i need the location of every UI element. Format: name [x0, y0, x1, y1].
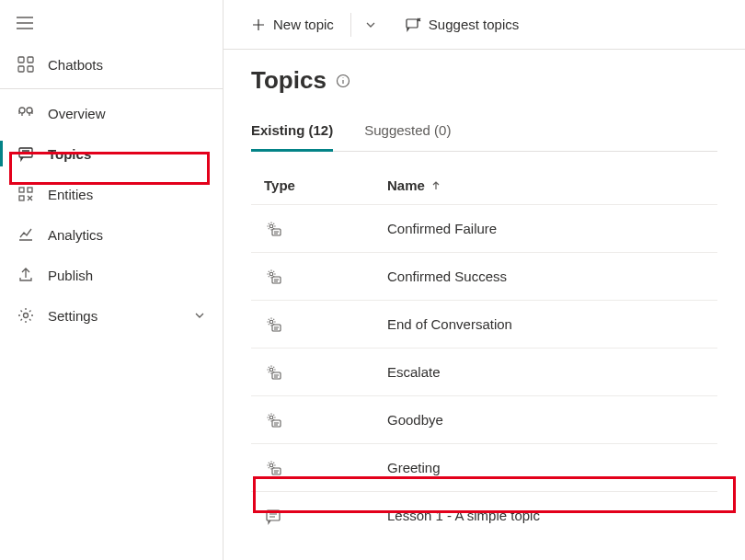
svg-rect-3 [28, 66, 33, 72]
topic-name: End of Conversation [387, 316, 710, 332]
system-topic-icon [258, 268, 387, 286]
sidebar-item-label: Analytics [48, 227, 103, 243]
sidebar-item-settings[interactable]: Settings [0, 295, 223, 336]
suggest-icon [405, 17, 421, 33]
svg-point-17 [269, 320, 273, 324]
column-header-name-label: Name [387, 177, 425, 193]
topics-table: Type Name Confirmed FailureConfirmed Suc… [251, 168, 717, 539]
svg-point-5 [27, 108, 32, 113]
sidebar-item-label: Settings [48, 308, 97, 324]
info-icon[interactable] [336, 74, 350, 88]
topic-name: Confirmed Success [387, 269, 710, 284]
sidebar-item-analytics[interactable]: Analytics [0, 214, 223, 255]
sidebar-item-label: Topics [48, 146, 91, 162]
table-row[interactable]: Confirmed Failure [251, 204, 717, 252]
svg-rect-7 [19, 188, 24, 192]
new-topic-dropdown-button[interactable] [359, 11, 383, 39]
svg-rect-1 [28, 57, 33, 63]
hamburger-icon [17, 17, 33, 29]
svg-point-10 [24, 314, 29, 318]
tab-existing[interactable]: Existing (12) [251, 122, 333, 152]
sidebar-item-chatbots[interactable]: Chatbots [0, 44, 223, 85]
suggest-topics-label: Suggest topics [429, 17, 519, 32]
sidebar-item-label: Chatbots [48, 57, 103, 73]
page-title: Topics [251, 66, 327, 95]
system-topic-icon [258, 363, 387, 382]
svg-point-19 [269, 368, 273, 371]
command-bar: New topic Suggest topics [224, 0, 745, 50]
chatbots-icon [17, 55, 35, 74]
topic-name: Lesson 1 - A simple topic [387, 508, 710, 523]
sidebar: Chatbots Overview Topics Entities [0, 0, 224, 560]
sidebar-item-topics[interactable]: Topics [0, 133, 223, 174]
table-row[interactable]: End of Conversation [251, 300, 717, 348]
system-topic-icon [258, 315, 387, 334]
sidebar-item-label: Publish [48, 268, 93, 283]
table-header-row: Type Name [251, 168, 717, 204]
svg-rect-11 [407, 19, 418, 28]
table-row[interactable]: Escalate [251, 348, 717, 395]
svg-point-15 [269, 272, 273, 276]
svg-rect-2 [18, 66, 24, 72]
new-topic-button[interactable]: New topic [242, 9, 343, 40]
overview-icon [17, 104, 35, 122]
svg-rect-8 [28, 188, 32, 192]
tabs: Existing (12) Suggested (0) [251, 122, 717, 152]
analytics-icon [17, 225, 35, 244]
svg-point-13 [269, 224, 273, 228]
table-row[interactable]: Lesson 1 - A simple topic [251, 491, 717, 539]
sort-ascending-icon [430, 180, 441, 191]
svg-rect-25 [267, 510, 280, 520]
plus-icon [251, 17, 266, 32]
entities-icon [17, 185, 35, 203]
system-topic-icon [258, 459, 387, 477]
system-topic-icon [258, 220, 387, 238]
sidebar-item-overview[interactable]: Overview [0, 93, 223, 133]
table-row[interactable]: Greeting [251, 443, 717, 491]
column-header-type[interactable]: Type [258, 177, 387, 193]
system-topic-icon [258, 411, 387, 429]
chevron-down-icon [364, 18, 377, 31]
hamburger-menu-button[interactable] [0, 6, 223, 40]
sidebar-item-label: Entities [48, 187, 93, 202]
main-content: New topic Suggest topics Topics Existing… [224, 0, 745, 560]
table-row[interactable]: Confirmed Success [251, 252, 717, 300]
topic-name: Greeting [387, 460, 710, 475]
sidebar-item-label: Overview [48, 106, 106, 121]
svg-point-4 [19, 108, 25, 113]
settings-icon [17, 306, 35, 325]
topic-name: Confirmed Failure [387, 221, 710, 236]
new-topic-label: New topic [273, 17, 334, 32]
svg-point-23 [269, 463, 273, 467]
suggest-topics-button[interactable]: Suggest topics [395, 9, 528, 40]
tab-suggested[interactable]: Suggested (0) [364, 122, 451, 151]
table-row[interactable]: Goodbye [251, 395, 717, 443]
user-topic-icon [258, 507, 387, 525]
sidebar-item-publish[interactable]: Publish [0, 255, 223, 295]
svg-rect-6 [19, 148, 32, 157]
publish-icon [17, 266, 35, 284]
svg-rect-9 [19, 196, 24, 200]
column-header-name[interactable]: Name [387, 177, 710, 193]
svg-point-21 [269, 416, 273, 419]
chevron-down-icon [193, 309, 206, 322]
sidebar-item-entities[interactable]: Entities [0, 174, 223, 214]
topic-name: Escalate [387, 364, 710, 380]
topics-icon [17, 144, 35, 163]
svg-rect-0 [18, 57, 24, 63]
topic-name: Goodbye [387, 412, 710, 428]
separator [350, 13, 351, 37]
